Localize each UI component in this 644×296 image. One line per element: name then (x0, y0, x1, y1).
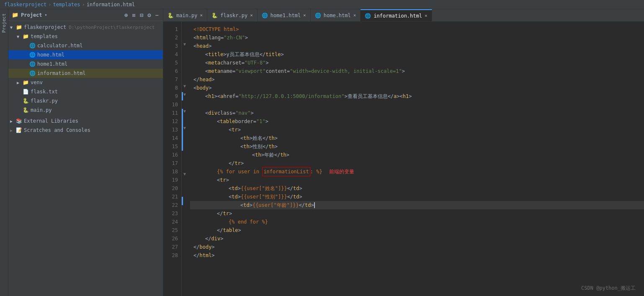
settings-icon[interactable]: ⚙ (147, 11, 152, 19)
tree-file-information-label: information.html (37, 70, 86, 76)
fold-marker-9[interactable]: ▼ (183, 92, 186, 97)
line-marker-9 (182, 92, 183, 100)
project-panel: 📁 Project ▾ ⊕ ≡ ⊟ ⚙ − ▼ 📁 flaskerproject… (8, 9, 163, 296)
breadcrumb: flaskerproject › templates › information… (0, 0, 644, 9)
tree-root-path: D:\pythonProject\flaskerproject (69, 25, 155, 30)
html-file-icon: 🌐 (29, 52, 36, 58)
tab-main-py-close[interactable]: × (200, 13, 203, 18)
align-icon[interactable]: ≡ (131, 11, 136, 19)
code-line-21: <td>{{user["性别"]}}</td> (190, 193, 644, 201)
py-file-icon: 🐍 (23, 98, 29, 104)
add-icon[interactable]: ⊕ (124, 11, 129, 19)
tree-file-home1[interactable]: 🌐 home1.html (8, 59, 163, 69)
fold-marker-3[interactable]: ▼ (183, 42, 186, 46)
code-line-19: <tr> (190, 176, 644, 184)
tab-home-html[interactable]: 🌐 home.html × (311, 9, 361, 21)
line-numbers: 12345 678910 1112131415 1617181920 21222… (163, 22, 182, 296)
tree-file-flaskr-label: flaskr.py (31, 98, 58, 104)
tree-file-home-label: home.html (37, 52, 64, 58)
fold-marker-13[interactable]: ▼ (183, 126, 186, 130)
tree-folder-templates-label: templates (31, 33, 58, 39)
code-line-24: {% end for %} (190, 218, 644, 226)
tree-file-information[interactable]: 🌐 information.html (8, 69, 163, 78)
code-line-15: <th>性别</th> (190, 142, 644, 151)
code-line-18: {% for user in informationList: %}前端的变量 (190, 167, 644, 176)
code-line-23: </tr> (190, 209, 644, 218)
code-line-4: <title>y员工基本信息</title> (190, 50, 644, 59)
breadcrumb-folder[interactable]: templates (53, 2, 80, 8)
tree-file-flask-txt[interactable]: 📄 flask.txt (8, 87, 163, 96)
html-tab-icon: 🌐 (365, 13, 371, 19)
breadcrumb-project[interactable]: flaskerproject (4, 2, 46, 8)
tree-scratches[interactable]: ▶ 📝 Scratches and Consoles (8, 126, 163, 135)
tree-file-main[interactable]: 🐍 main.py (8, 106, 163, 115)
py-file-icon: 🐍 (23, 107, 29, 113)
tab-information-html[interactable]: 🌐 information.html × (361, 9, 432, 21)
code-line-10 (190, 100, 644, 109)
html-file-icon: 🌐 (29, 70, 36, 76)
tree-folder-venv[interactable]: ▶ 📁 venv (8, 78, 163, 87)
html-tab-icon: 🌐 (262, 13, 268, 18)
tree-file-flaskr[interactable]: 🐍 flaskr.py (8, 96, 163, 106)
scratches-icon: 📝 (16, 127, 22, 133)
code-line-2: <html lang="zh-CN"> (190, 33, 644, 42)
tab-flaskr-py-close[interactable]: × (250, 13, 253, 18)
editor-area: 🐍 main.py × 🐍 flaskr.py × 🌐 home1.html ×… (163, 9, 644, 296)
library-icon: 📚 (16, 118, 22, 124)
fold-marker-11[interactable]: ▼ (183, 109, 186, 113)
code-line-6: <meta name="viewport" content="width=dev… (190, 67, 644, 75)
project-header: 📁 Project ▾ ⊕ ≡ ⊟ ⚙ − (8, 9, 163, 21)
code-line-20: <td>{{user["姓名"]}}</td> (190, 184, 644, 193)
tab-home1-html[interactable]: 🌐 home1.html × (258, 9, 311, 21)
tab-bar: 🐍 main.py × 🐍 flaskr.py × 🌐 home1.html ×… (163, 9, 644, 22)
code-editor[interactable]: 12345 678910 1112131415 1617181920 21222… (163, 22, 644, 296)
tab-main-py-label: main.py (176, 13, 198, 18)
html-file-icon: 🌐 (29, 61, 36, 67)
tree-file-main-label: main.py (31, 107, 52, 113)
code-line-13: <tr> (190, 126, 644, 134)
line-marker-11 (182, 109, 183, 151)
collapse-icon[interactable]: ⊟ (139, 11, 144, 19)
tab-home-html-label: home.html (324, 13, 351, 18)
html-tab-icon: 🌐 (315, 13, 321, 18)
tree-file-home[interactable]: 🌐 home.html (8, 50, 163, 59)
tab-flaskr-py[interactable]: 🐍 flaskr.py × (207, 9, 258, 21)
breadcrumb-sep2: › (82, 2, 85, 8)
vertical-project-tab[interactable]: Project (0, 9, 8, 296)
breadcrumb-sep1: › (48, 2, 51, 8)
close-panel-icon[interactable]: − (155, 11, 160, 19)
code-line-11: <div class="nav"> (190, 109, 644, 117)
fold-marker-8[interactable]: ▼ (183, 84, 186, 88)
code-line-1: <!DOCTYPE html> (190, 25, 644, 33)
code-line-7: </head> (190, 75, 644, 84)
code-line-3: <head> (190, 42, 644, 50)
gutter: ▼ ▼ ▼ ▼ ▼ ▼ (182, 22, 190, 296)
watermark: CSDN @python_搬运工 (581, 285, 636, 292)
tab-main-py[interactable]: 🐍 main.py × (163, 9, 207, 21)
code-line-5: <meta charset="UTF-8"> (190, 59, 644, 67)
tab-home-html-close[interactable]: × (353, 13, 356, 18)
py-tab-icon: 🐍 (211, 13, 218, 18)
tree-root[interactable]: ▼ 📁 flaskerproject D:\pythonProject\flas… (8, 23, 163, 32)
code-line-28: </html> (190, 251, 644, 260)
tab-information-html-close[interactable]: × (425, 13, 428, 18)
tree-folder-templates[interactable]: ▼ 📁 templates (8, 32, 163, 41)
dropdown-icon[interactable]: ▾ (45, 13, 47, 17)
py-tab-icon: 🐍 (167, 13, 174, 18)
code-content[interactable]: <!DOCTYPE html> <html lang="zh-CN"> <hea… (190, 22, 644, 296)
tree-external-libraries[interactable]: ▶ 📚 External Libraries (8, 116, 163, 126)
fold-marker-19[interactable]: ▼ (183, 172, 186, 176)
code-line-14: <th>姓名</th> (190, 134, 644, 142)
code-line-22: <td>{{user["年龄"]}}</td> (190, 201, 644, 209)
tree-file-calculator-label: calculator.html (37, 43, 82, 49)
folder-icon: 📁 (12, 12, 18, 18)
tree-root-label: flaskerproject (24, 24, 66, 30)
tree-file-calculator[interactable]: 🌐 calculator.html (8, 41, 163, 50)
tab-home1-html-label: home1.html (270, 13, 301, 18)
code-line-17: </tr> (190, 159, 644, 167)
tab-home1-html-close[interactable]: × (303, 13, 306, 18)
code-line-25: </table> (190, 226, 644, 234)
code-line-27: </body> (190, 243, 644, 251)
tree-file-flask-txt-label: flask.txt (31, 89, 58, 95)
tree-external-libraries-label: External Libraries (24, 118, 78, 124)
